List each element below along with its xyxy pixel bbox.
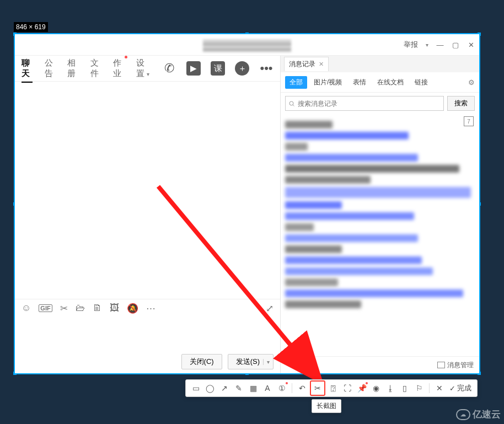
folder-icon[interactable]: 🗁 <box>76 303 85 314</box>
filter-all[interactable]: 全部 <box>285 76 307 89</box>
record-tab[interactable]: 消息记录 ✕ <box>284 57 329 71</box>
record-item-blurred <box>285 201 342 209</box>
long-screenshot-icon[interactable]: ✂ <box>310 380 325 396</box>
pencil-tool-icon[interactable]: ✎ <box>232 382 245 395</box>
record-item-blurred <box>285 154 418 162</box>
record-item-blurred <box>285 143 308 151</box>
record-item-blurred <box>285 187 471 198</box>
tab-homework[interactable]: 作业 <box>113 55 124 82</box>
record-item-blurred <box>285 245 342 253</box>
pin-tool-icon[interactable]: 📌 <box>355 382 368 395</box>
more-icon[interactable]: ⋯ <box>146 303 156 314</box>
filter-media[interactable]: 图片/视频 <box>309 76 346 89</box>
close-button[interactable]: 关闭(C) <box>181 354 222 369</box>
record-item-blurred <box>285 300 361 308</box>
file-icon[interactable]: 🗎 <box>93 303 102 314</box>
filter-emoji[interactable]: 表情 <box>348 76 371 89</box>
expand-icon[interactable]: ⤢ <box>266 303 274 314</box>
emoji-icon[interactable]: ☺ <box>22 303 31 314</box>
image-icon[interactable]: 🖼 <box>110 303 119 314</box>
chevron-down-icon: ▾ <box>147 71 149 77</box>
record-item-blurred <box>285 176 371 184</box>
record-tab-bar: 消息记录 ✕ <box>281 56 479 72</box>
message-record-panel: 消息记录 ✕ 全部 图片/视频 表情 在线文档 链接 ⚙ 搜索 7 <box>281 56 479 373</box>
tab-file[interactable]: 文件 <box>90 55 101 82</box>
class-icon[interactable]: 课 <box>211 61 225 76</box>
send-button[interactable]: 发送(S)▾ <box>228 354 274 369</box>
screenshot-toolbar: ▭ ◯ ↗ ✎ ▦ A ① ↶ ✂ ⍰ ⛶ 📌 ◉ ⭳ ▯ ⚐ ✕ ✓ 完成 <box>185 379 478 397</box>
maximize-icon[interactable]: ▢ <box>452 41 459 49</box>
add-icon[interactable]: ＋ <box>235 61 249 76</box>
message-manage-link[interactable]: 消息管理 <box>447 361 474 370</box>
calendar-icon[interactable]: 7 <box>464 116 474 126</box>
undo-icon[interactable]: ↶ <box>296 382 309 395</box>
chat-pane: 聊天 公告 相册 文件 作业 设置 ▾ ✆ ▶ 课 ＋ ••• ☺ GIF ✂ <box>15 56 281 373</box>
separator <box>292 383 292 393</box>
ellipse-tool-icon[interactable]: ◯ <box>203 382 217 395</box>
gif-icon[interactable]: GIF <box>39 304 52 312</box>
selection-dimensions: 846 × 619 <box>14 22 48 32</box>
cloud-icon: ☁ <box>456 409 470 420</box>
record-list: 7 <box>281 114 479 356</box>
record-item-blurred <box>285 256 422 264</box>
mosaic-tool-icon[interactable]: ▦ <box>246 382 260 395</box>
record-item-blurred <box>285 132 409 139</box>
done-button[interactable]: ✓ 完成 <box>447 383 474 393</box>
tab-chat[interactable]: 聊天 <box>22 55 33 82</box>
separator <box>429 383 430 393</box>
record-item-blurred <box>285 267 433 275</box>
record-search-button[interactable]: 搜索 <box>447 96 475 111</box>
record-footer: 消息管理 <box>281 356 479 373</box>
chat-window: 举报 ▾ — ▢ ✕ 聊天 公告 相册 文件 作业 设置 ▾ ✆ ▶ 课 ＋ •… <box>15 34 479 373</box>
filter-settings-icon[interactable]: ⚙ <box>468 78 475 87</box>
counter-tool-icon[interactable]: ① <box>275 382 288 395</box>
tooltip-long-screenshot: 长截图 <box>312 399 341 413</box>
close-tab-icon[interactable]: ✕ <box>319 61 324 68</box>
tab-notice[interactable]: 公告 <box>45 55 56 82</box>
record-search-input[interactable] <box>285 96 444 111</box>
text-tool-icon[interactable]: A <box>261 382 274 395</box>
window-title-blurred <box>203 40 291 52</box>
cancel-icon[interactable]: ✕ <box>433 382 446 395</box>
tab-settings[interactable]: 设置 ▾ <box>136 55 150 82</box>
filter-link[interactable]: 链接 <box>410 76 432 89</box>
record-item-blurred <box>285 165 459 173</box>
record-item-blurred <box>285 234 418 242</box>
chat-messages-area <box>15 82 280 299</box>
voice-call-icon[interactable]: ✆ <box>162 61 176 76</box>
record-item-blurred <box>285 212 414 220</box>
tab-album[interactable]: 相册 <box>67 55 78 82</box>
phone-icon[interactable]: ▯ <box>398 382 411 395</box>
record-item-blurred <box>285 278 338 286</box>
record-tool-icon[interactable]: ◉ <box>369 382 383 395</box>
translate-tool-icon[interactable]: ⍰ <box>326 382 340 395</box>
filter-doc[interactable]: 在线文档 <box>373 76 408 89</box>
ocr-tool-icon[interactable]: ⛶ <box>341 382 354 395</box>
report-link[interactable]: 举报 <box>404 40 418 50</box>
scissors-icon[interactable]: ✂ <box>60 303 68 314</box>
input-toolbar: ☺ GIF ✂ 🗁 🗎 🖼 🔕 ⋯ ⤢ <box>15 299 280 317</box>
video-call-icon[interactable]: ▶ <box>186 61 201 76</box>
download-icon[interactable]: ⭳ <box>384 382 397 395</box>
main-tabs: 聊天 公告 相册 文件 作业 设置 ▾ ✆ ▶ 课 ＋ ••• <box>15 56 280 82</box>
chevron-down-icon[interactable]: ▾ <box>263 359 270 365</box>
mute-icon[interactable]: 🔕 <box>127 303 138 314</box>
minimize-icon[interactable]: — <box>436 41 444 49</box>
record-item-blurred <box>285 121 333 128</box>
more-icon[interactable]: ••• <box>259 61 274 76</box>
manage-icon <box>437 362 445 368</box>
arrow-tool-icon[interactable]: ↗ <box>218 382 231 395</box>
titlebar: 举报 ▾ — ▢ ✕ <box>15 34 479 56</box>
chevron-down-icon[interactable]: ▾ <box>426 42 428 48</box>
close-icon[interactable]: ✕ <box>467 41 475 49</box>
rect-tool-icon[interactable]: ▭ <box>189 382 202 395</box>
record-item-blurred <box>285 223 314 231</box>
watermark: ☁ 亿速云 <box>456 408 501 421</box>
bookmark-icon[interactable]: ⚐ <box>412 382 426 395</box>
message-input[interactable] <box>15 317 280 350</box>
record-item-blurred <box>285 289 463 297</box>
